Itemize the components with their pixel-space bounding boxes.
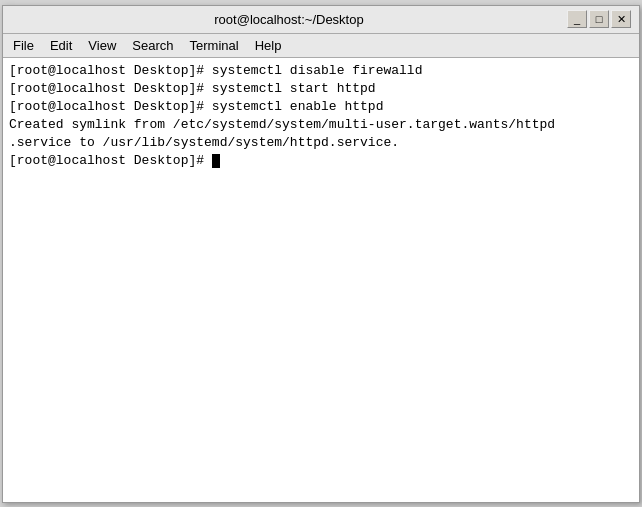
menu-edit[interactable]: Edit	[42, 36, 80, 55]
title-bar: root@localhost:~/Desktop _ □ ✕	[3, 6, 639, 34]
menu-bar: File Edit View Search Terminal Help	[3, 34, 639, 58]
window-title: root@localhost:~/Desktop	[11, 12, 567, 27]
terminal-prompt: [root@localhost Desktop]#	[9, 152, 633, 170]
menu-file[interactable]: File	[5, 36, 42, 55]
window-controls: _ □ ✕	[567, 10, 631, 28]
menu-help[interactable]: Help	[247, 36, 290, 55]
terminal-line-3: [root@localhost Desktop]# systemctl enab…	[9, 98, 633, 116]
minimize-button[interactable]: _	[567, 10, 587, 28]
terminal-body[interactable]: [root@localhost Desktop]# systemctl disa…	[3, 58, 639, 502]
menu-search[interactable]: Search	[124, 36, 181, 55]
close-button[interactable]: ✕	[611, 10, 631, 28]
cursor	[212, 154, 220, 168]
terminal-line-1: [root@localhost Desktop]# systemctl disa…	[9, 62, 633, 80]
terminal-line-4: Created symlink from /etc/systemd/system…	[9, 116, 633, 152]
maximize-button[interactable]: □	[589, 10, 609, 28]
menu-terminal[interactable]: Terminal	[182, 36, 247, 55]
terminal-window: root@localhost:~/Desktop _ □ ✕ File Edit…	[2, 5, 640, 503]
terminal-line-2: [root@localhost Desktop]# systemctl star…	[9, 80, 633, 98]
menu-view[interactable]: View	[80, 36, 124, 55]
